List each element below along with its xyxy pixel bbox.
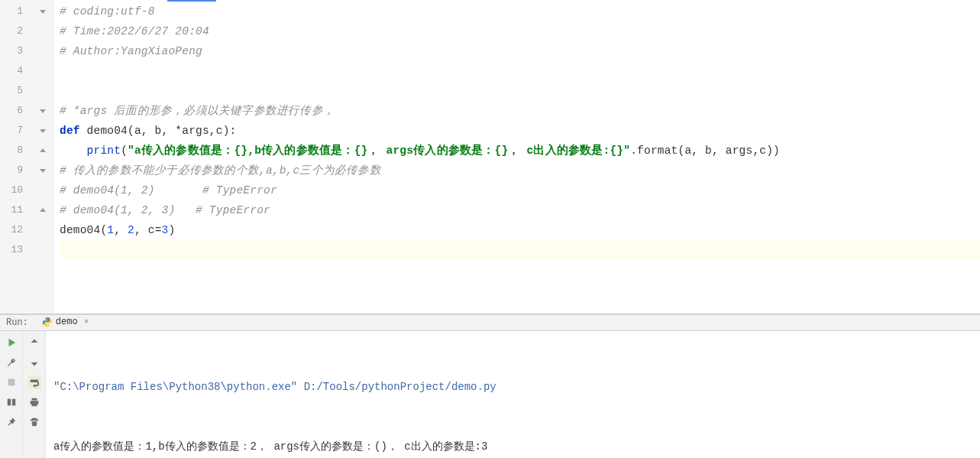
code-editor[interactable]: 12345678910111213 # coding:utf-8# Time:2… [0, 0, 980, 314]
fold-none [38, 226, 47, 235]
run-toolbar-right [23, 331, 46, 458]
line-number: 9 [0, 161, 27, 180]
fold-none [38, 245, 47, 255]
gutter-line[interactable]: 11 [0, 200, 53, 220]
gutter-line[interactable]: 1 [0, 2, 53, 21]
code-line[interactable]: demo04(1, 2, c=3) [60, 220, 980, 240]
run-tab-label: demo [56, 317, 78, 327]
code-line[interactable]: # *args 后面的形参，必须以关键字参数进行传参， [60, 101, 980, 121]
svg-rect-2 [11, 399, 15, 406]
line-number: 1 [0, 2, 27, 21]
code-token-comment: # coding:utf-8 [60, 5, 155, 18]
code-token-comment: # Time:2022/6/27 20:04 [60, 25, 209, 37]
code-token-string: "a传入的参数值是：{},b传入的参数值是：{}， args传入的参数是：{}，… [128, 145, 630, 157]
run-panel: Run: demo × [0, 314, 980, 458]
code-token-plain: ) [168, 224, 175, 236]
code-token-number: 1 [107, 224, 114, 236]
code-token-builtin: print [87, 145, 121, 157]
run-toolbar-left [0, 331, 23, 458]
soft-wrap-icon[interactable] [27, 375, 41, 389]
wrench-icon[interactable] [5, 356, 18, 369]
code-token-comment: # demo04(1, 2, 3) # TypeError [60, 204, 270, 216]
rerun-icon[interactable] [5, 336, 18, 349]
code-token-comment: # 传入的参数不能少于必传参数的个数,a,b,c三个为必传参数 [60, 164, 381, 177]
console-output[interactable]: "C:\Program Files\Python38\python.exe" D… [46, 331, 980, 458]
gutter-line[interactable]: 8 [0, 141, 53, 161]
fold-close-icon[interactable] [38, 146, 47, 155]
code-line[interactable]: # coding:utf-8 [60, 2, 980, 21]
print-icon[interactable] [27, 395, 41, 409]
console-stdout-line: a传入的参数值是：1,b传入的参数值是：2， args传入的参数是：()， c出… [53, 437, 972, 456]
code-token-plain: , [114, 224, 128, 236]
line-number: 13 [0, 240, 27, 260]
run-body: "C:\Program Files\Python38\python.exe" D… [0, 331, 980, 458]
line-number: 8 [0, 141, 27, 161]
line-number: 4 [0, 61, 27, 81]
code-line[interactable]: # demo04(1, 2) # TypeError [60, 180, 980, 200]
code-token-keyword: def [60, 125, 87, 137]
fold-open-icon[interactable] [38, 166, 47, 175]
gutter-line[interactable]: 10 [0, 180, 53, 200]
svg-rect-0 [8, 379, 15, 386]
run-tab-demo[interactable]: demo × [36, 315, 95, 330]
code-token-number: 2 [128, 224, 134, 236]
code-line[interactable]: # Time:2022/6/27 20:04 [60, 21, 980, 41]
code-token-comment: # Author:YangXiaoPeng [60, 45, 202, 57]
line-number: 7 [0, 121, 27, 141]
code-line[interactable]: # demo04(1, 2, 3) # TypeError [60, 200, 980, 220]
line-number: 11 [0, 200, 27, 220]
code-token-plain: demo04( [60, 224, 107, 236]
gutter-line[interactable]: 6 [0, 101, 53, 121]
trash-icon[interactable] [27, 415, 41, 429]
svg-rect-1 [7, 399, 10, 406]
gutter: 12345678910111213 [0, 0, 53, 313]
stop-icon[interactable] [5, 375, 18, 389]
fold-none [38, 186, 47, 195]
down-arrow-icon[interactable] [27, 356, 41, 369]
gutter-line[interactable]: 7 [0, 121, 53, 141]
run-label: Run: [6, 317, 28, 328]
line-number: 2 [0, 21, 27, 41]
code-token-param: c= [148, 224, 162, 236]
code-line[interactable]: # Author:YangXiaoPeng [60, 41, 980, 61]
line-number: 10 [0, 180, 27, 200]
gutter-line[interactable]: 5 [0, 81, 53, 101]
code-token-comment: # demo04(1, 2) # TypeError [60, 184, 277, 197]
gutter-line[interactable]: 12 [0, 220, 53, 240]
fold-open-icon[interactable] [38, 126, 47, 135]
fold-close-icon[interactable] [38, 206, 47, 215]
top-highlight-marker [167, 0, 216, 2]
layout-icon[interactable] [5, 395, 18, 409]
run-header: Run: demo × [0, 315, 980, 331]
pin-icon[interactable] [5, 415, 18, 429]
fold-open-icon[interactable] [38, 7, 47, 16]
gutter-line[interactable]: 4 [0, 61, 53, 81]
gutter-line[interactable]: 2 [0, 21, 53, 41]
console-command-line: "C:\Program Files\Python38\python.exe" D… [53, 377, 972, 397]
code-line[interactable]: print("a传入的参数值是：{},b传入的参数值是：{}， args传入的参… [60, 141, 980, 161]
code-line[interactable] [60, 240, 980, 260]
gutter-line[interactable]: 3 [0, 41, 53, 61]
code-token-comment: # *args 后面的形参，必须以关键字参数进行传参， [60, 105, 335, 117]
code-token-plain: , [134, 224, 148, 236]
code-area[interactable]: # coding:utf-8# Time:2022/6/27 20:04# Au… [53, 0, 980, 313]
close-icon[interactable]: × [84, 317, 89, 326]
fold-none [38, 27, 47, 36]
fold-open-icon[interactable] [38, 106, 47, 115]
line-number: 12 [0, 220, 27, 240]
line-number: 3 [0, 41, 27, 61]
fold-none [38, 67, 47, 76]
code-line[interactable]: def demo04(a, b, *args,c): [60, 121, 980, 141]
up-arrow-icon[interactable] [27, 336, 41, 349]
python-file-icon [42, 317, 53, 327]
line-number: 6 [0, 101, 27, 121]
fold-none [38, 47, 47, 56]
gutter-line[interactable]: 13 [0, 240, 53, 260]
code-line[interactable]: # 传入的参数不能少于必传参数的个数,a,b,c三个为必传参数 [60, 161, 980, 180]
code-line[interactable] [60, 81, 980, 101]
gutter-line[interactable]: 9 [0, 161, 53, 180]
code-token-funcdef: demo04(a, b, *args,c): [87, 125, 237, 137]
fold-none [38, 86, 47, 96]
code-line[interactable] [60, 61, 980, 81]
code-token-plain: ( [121, 145, 128, 157]
